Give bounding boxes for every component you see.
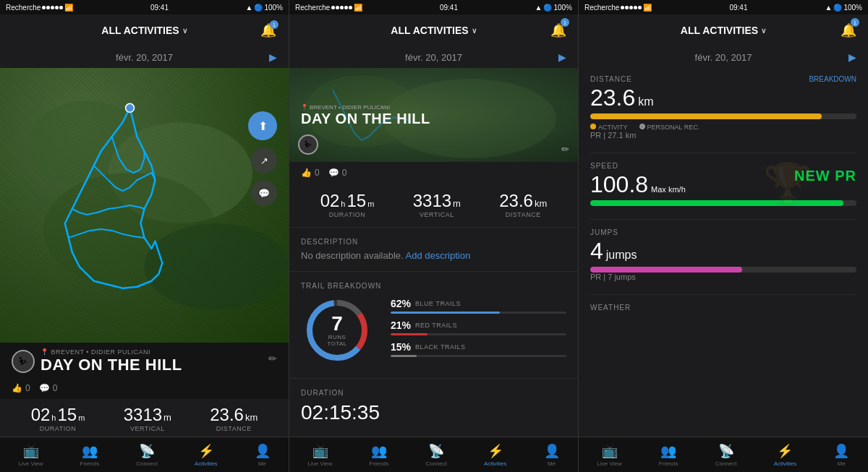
trail-blue: 62% BLUE TRAILS	[391, 298, 566, 314]
bottom-nav-2: 📺 Live View 👥 Friends 📡 Connect ⚡ Activi…	[289, 437, 578, 472]
duration-section-title: DURATION	[289, 379, 578, 401]
scroll-content-3[interactable]: DISTANCE BREAKDOWN 23.6 km ACTIVITY PERS…	[579, 68, 868, 437]
nav-activities-3[interactable]: ⚡ Activities	[774, 443, 797, 467]
nav-activities-1[interactable]: ⚡ Activities	[195, 443, 218, 467]
bottom-nav-3: 📺 Live View 👥 Friends 📡 Connect ⚡ Activi…	[579, 437, 868, 472]
red-pct: 21%	[391, 319, 411, 331]
red-bar-bg	[391, 333, 566, 335]
nav-me-2[interactable]: 👤 Me	[544, 443, 560, 467]
upload-button-1[interactable]: ⬆	[248, 111, 277, 140]
breakdown-link[interactable]: BREAKDOWN	[809, 75, 856, 83]
top-nav-3: ALL ACTIVITIES ∨ 🔔 1	[579, 14, 868, 46]
trail-red-header: 21% RED TRAILS	[391, 319, 566, 331]
runs-total-label: RUNS TOTAL	[319, 334, 355, 347]
wifi-icon-2: 📶	[354, 4, 362, 12]
connect-icon-3: 📡	[718, 443, 734, 459]
blue-bar-bg	[391, 312, 566, 314]
nav-connect-2[interactable]: 📡 Connect	[425, 443, 447, 467]
red-name: RED TRAILS	[415, 322, 457, 329]
distance-unit-1: km	[245, 412, 258, 423]
nav-liveview-3[interactable]: 📺 Live View	[597, 443, 622, 467]
status-left-2: Recherche 📶	[295, 4, 362, 12]
red-bar-fill	[391, 333, 427, 335]
nav-me-1[interactable]: 👤 Me	[255, 443, 271, 467]
share-button-1[interactable]: ↗	[251, 147, 277, 173]
friends-label-1: Friends	[80, 460, 100, 467]
speed-big-value: 100.8	[590, 173, 648, 196]
activities-label-1: Activities	[195, 460, 218, 467]
trail-content: 7 RUNS TOTAL 62% BLUE TRAILS	[301, 294, 566, 366]
reactions-1: 👍 0 💬 0	[0, 377, 289, 399]
nav-connect-3[interactable]: 📡 Connect	[715, 443, 737, 467]
stat-vertical-1: 3313 m VERTICAL	[124, 406, 171, 432]
jumps-value-row: 4 jumps	[590, 239, 856, 262]
distance-bar-container	[590, 113, 856, 119]
gps-track-1	[0, 68, 289, 343]
nav-friends-2[interactable]: 👥 Friends	[370, 443, 389, 467]
activity-location-1: 📍 BREVENT • DIDIER PULICANI	[41, 348, 277, 356]
nav-friends-3[interactable]: 👥 Friends	[659, 443, 678, 467]
liveview-icon-1: 📺	[23, 443, 39, 459]
date-bar-2: févr. 20, 2017 ▶	[289, 46, 578, 68]
signal-dots-1	[42, 6, 63, 9]
jumps-bar-bg	[590, 267, 856, 273]
me-icon-2: 👤	[544, 443, 560, 459]
comment-reaction-2[interactable]: 💬 0	[328, 168, 347, 178]
play-button-1[interactable]: ▶	[269, 51, 277, 63]
play-button-2[interactable]: ▶	[558, 51, 566, 63]
comment-reaction-1[interactable]: 💬 0	[39, 383, 58, 393]
nav-connect-1[interactable]: 📡 Connect	[136, 443, 158, 467]
dist-val-2: 23.6	[499, 192, 533, 210]
connect-label-1: Connect	[136, 460, 158, 467]
dur-h-unit-2: h	[341, 199, 345, 208]
trail-blue-header: 62% BLUE TRAILS	[391, 298, 566, 309]
comment-button-1[interactable]: 💬	[251, 180, 277, 206]
nav-liveview-2[interactable]: 📺 Live View	[307, 443, 332, 467]
connect-label-2: Connect	[425, 460, 447, 467]
duration-label-1: DURATION	[31, 425, 85, 432]
vertical-unit-1: m	[163, 412, 171, 423]
add-description-link[interactable]: Add description	[406, 250, 471, 261]
thumbs-count-2: 0	[315, 168, 320, 178]
connect-label-3: Connect	[715, 460, 737, 467]
thumbs-reaction-2[interactable]: 👍 0	[301, 168, 320, 178]
nav-title-1[interactable]: ALL ACTIVITIES ∨	[101, 25, 187, 36]
scroll-content-2[interactable]: DESCRIPTION No description available. Ad…	[289, 228, 578, 437]
thumbs-icon-2: 👍	[301, 168, 312, 178]
nav-me-3[interactable]: 👤 Me	[833, 443, 849, 467]
activity-header-2: 📍 BREVENT • DIDIER PULICANI DAY ON THE H…	[289, 68, 578, 162]
edit-icon-2[interactable]: ✏	[561, 144, 569, 155]
blue-pct: 62%	[391, 298, 411, 309]
bell-badge-3: 1	[851, 18, 859, 27]
nav-liveview-1[interactable]: 📺 Live View	[18, 443, 43, 467]
trail-red: 21% RED TRAILS	[391, 319, 566, 335]
thumbs-reaction-1[interactable]: 👍 0	[12, 383, 30, 393]
metric-distance: DISTANCE BREAKDOWN 23.6 km ACTIVITY PERS…	[590, 75, 856, 140]
trail-section: 7 RUNS TOTAL 62% BLUE TRAILS	[289, 294, 578, 378]
bell-button-1[interactable]: 🔔 1	[260, 22, 277, 39]
reactions-2: 👍 0 💬 0	[289, 162, 578, 184]
activities-icon-3: ⚡	[777, 443, 793, 459]
bell-button-3[interactable]: 🔔 1	[841, 22, 856, 38]
jumps-metric-name: JUMPS	[590, 228, 618, 236]
app-name-2: Recherche	[295, 4, 330, 12]
panel-2: Recherche 📶 09:41 ▲ 🔵 100% ALL ACTIVITIE…	[289, 0, 579, 472]
nav-activities-2[interactable]: ⚡ Activities	[484, 443, 507, 467]
nav-title-3[interactable]: ALL ACTIVITIES ∨	[681, 25, 766, 36]
vertical-label-1: VERTICAL	[124, 425, 171, 432]
metric-weather: WEATHER	[590, 295, 856, 312]
status-left-1: Recherche 📶	[6, 4, 73, 12]
bell-button-2[interactable]: 🔔 1	[550, 22, 566, 38]
distance-unit-3: km	[638, 95, 653, 108]
stat-duration-2: 02 h 15 m DURATION	[320, 192, 375, 218]
map-area-1[interactable]: ⬆ ↗ 💬	[0, 68, 289, 343]
battery-1: 100%	[264, 4, 283, 12]
mins-unit-1: m	[78, 413, 85, 422]
upload-icon-1: ⬆	[258, 119, 268, 133]
distance-bar-bg	[590, 113, 856, 119]
nav-friends-1[interactable]: 👥 Friends	[80, 443, 100, 467]
play-button-3[interactable]: ▶	[848, 51, 856, 63]
distance-bar-fill	[590, 113, 822, 119]
nav-title-2[interactable]: ALL ACTIVITIES ∨	[391, 25, 476, 36]
dist-unit-2: km	[535, 198, 547, 209]
